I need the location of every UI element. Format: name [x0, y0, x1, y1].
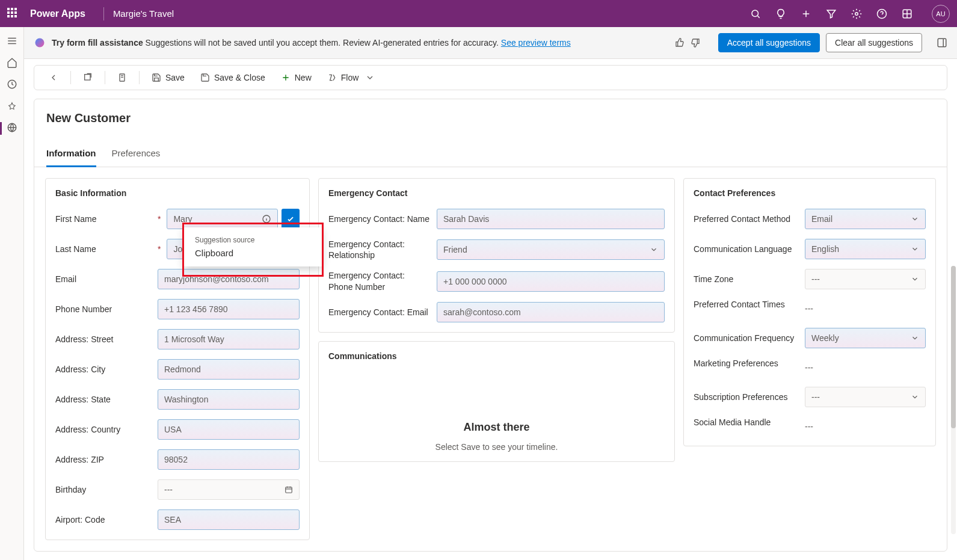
- marketing-field[interactable]: ---: [805, 358, 926, 377]
- global-header: Power Apps Margie's Travel AU: [0, 0, 957, 27]
- recent-icon[interactable]: [7, 79, 17, 90]
- chevron-down-icon[interactable]: [650, 245, 658, 254]
- chevron-down-icon[interactable]: [911, 393, 919, 401]
- times-field[interactable]: ---: [805, 299, 926, 318]
- apps-icon[interactable]: [902, 8, 912, 19]
- birthday-field[interactable]: ---: [158, 479, 300, 500]
- section-communications: Communications Almost there Select Save …: [318, 341, 675, 462]
- section-emergency: Emergency Contact Emergency Contact: Nam…: [318, 178, 675, 333]
- open-new-button[interactable]: [77, 69, 99, 86]
- hamburger-icon[interactable]: [7, 35, 17, 46]
- label-language: Communication Language: [694, 244, 792, 254]
- tab-preferences[interactable]: Preferences: [112, 143, 161, 167]
- label-subscription: Subscription Preferences: [694, 392, 787, 402]
- chevron-down-icon[interactable]: [911, 215, 919, 223]
- help-icon[interactable]: [876, 8, 887, 19]
- svg-rect-11: [286, 487, 292, 493]
- phone-field[interactable]: +1 123 456 7890: [158, 299, 300, 319]
- label-country: Address: Country: [55, 424, 120, 435]
- label-last-name: Last Name: [55, 244, 96, 254]
- ec-phone-field[interactable]: +1 000 000 0000: [437, 271, 665, 292]
- label-method: Preferred Contact Method: [694, 214, 790, 224]
- chevron-down-icon[interactable]: [911, 245, 919, 253]
- ec-name-field[interactable]: Sarah Davis: [437, 209, 665, 229]
- back-button[interactable]: [43, 69, 64, 86]
- suggestion-tooltip: Suggestion source Clipboard: [184, 227, 322, 266]
- svg-rect-7: [938, 38, 946, 47]
- user-avatar[interactable]: AU: [932, 5, 950, 23]
- ec-relationship-field[interactable]: Friend: [437, 239, 665, 260]
- language-field[interactable]: English: [805, 239, 926, 259]
- filter-icon[interactable]: [826, 8, 837, 19]
- save-close-button[interactable]: Save & Close: [194, 69, 271, 86]
- clear-all-button[interactable]: Clear all suggestions: [826, 33, 922, 52]
- emergency-title: Emergency Contact: [328, 188, 665, 198]
- timezone-field[interactable]: ---: [805, 269, 926, 289]
- label-phone: Phone Number: [55, 304, 112, 315]
- method-field[interactable]: Email: [805, 209, 926, 229]
- svg-point-0: [752, 10, 759, 17]
- state-field[interactable]: Washington: [158, 389, 300, 410]
- communications-title: Communications: [328, 351, 665, 361]
- gear-icon[interactable]: [851, 8, 862, 19]
- svg-point-1: [855, 12, 858, 15]
- new-button[interactable]: New: [275, 69, 318, 86]
- street-field[interactable]: 1 Microsoft Way: [158, 329, 300, 349]
- label-zip: Address: ZIP: [55, 454, 104, 465]
- accept-all-button[interactable]: Accept all suggestions: [718, 33, 820, 52]
- svg-rect-8: [85, 75, 90, 80]
- home-icon[interactable]: [7, 57, 17, 68]
- tab-information[interactable]: Information: [46, 143, 96, 167]
- label-frequency: Communication Frequency: [694, 333, 794, 343]
- scrollbar[interactable]: [951, 266, 956, 534]
- city-field[interactable]: Redmond: [158, 359, 300, 380]
- command-bar: Save Save & Close New Flow: [34, 65, 947, 90]
- airport-field[interactable]: SEA: [158, 509, 300, 530]
- frequency-field[interactable]: Weekly: [805, 328, 926, 348]
- required-icon: *: [158, 244, 161, 254]
- plus-icon[interactable]: [801, 8, 811, 19]
- suggestion-info-bar: Try form fill assistance Suggestions wil…: [24, 27, 957, 59]
- copilot-panel-icon[interactable]: [937, 37, 947, 48]
- header-actions: AU: [750, 5, 950, 23]
- info-message: Try form fill assistance Suggestions wil…: [52, 38, 657, 48]
- save-button[interactable]: Save: [146, 69, 191, 86]
- page-title: New Customer: [34, 111, 947, 143]
- preview-terms-link[interactable]: See preview terms: [501, 38, 571, 48]
- search-icon[interactable]: [750, 8, 761, 19]
- thumbs-down-icon[interactable]: [691, 38, 700, 48]
- email-field[interactable]: maryjohnson@contoso.com: [158, 269, 300, 289]
- assign-button[interactable]: [111, 69, 133, 86]
- label-city: Address: City: [55, 364, 105, 375]
- flow-button[interactable]: Flow: [321, 69, 381, 86]
- prefs-title: Contact Preferences: [694, 188, 926, 198]
- label-ec-email: Emergency Contact: Email: [328, 307, 428, 318]
- social-field[interactable]: ---: [805, 417, 926, 436]
- label-social: Social Media Handle: [694, 417, 771, 428]
- label-birthday: Birthday: [55, 484, 86, 495]
- chevron-down-icon[interactable]: [911, 334, 919, 342]
- section-preferences: Contact Preferences Preferred Contact Me…: [683, 178, 936, 446]
- lightbulb-icon[interactable]: [775, 8, 786, 19]
- zip-field[interactable]: 98052: [158, 449, 300, 470]
- pin-icon[interactable]: [7, 100, 17, 111]
- svg-point-6: [35, 38, 45, 48]
- label-street: Address: Street: [55, 334, 114, 345]
- calendar-icon[interactable]: [285, 485, 293, 494]
- environment-name: Margie's Travel: [113, 8, 174, 19]
- info-circle-icon[interactable]: [262, 214, 271, 224]
- ec-email-field[interactable]: sarah@contoso.com: [437, 302, 665, 322]
- chevron-down-icon[interactable]: [911, 275, 919, 283]
- tooltip-label: Suggestion source: [195, 236, 311, 244]
- form-card: New Customer Information Preferences Bas…: [34, 99, 947, 552]
- app-launcher-icon[interactable]: [7, 8, 19, 20]
- active-nav-item[interactable]: [0, 122, 17, 135]
- label-first-name: First Name: [55, 214, 96, 224]
- accept-suggestion-button[interactable]: [282, 209, 300, 229]
- thumbs-up-icon[interactable]: [675, 38, 685, 48]
- first-name-field[interactable]: Mary: [167, 209, 278, 229]
- header-divider: [103, 7, 104, 20]
- label-ec-name: Emergency Contact: Name: [328, 214, 429, 224]
- country-field[interactable]: USA: [158, 419, 300, 440]
- subscription-field[interactable]: ---: [805, 387, 926, 407]
